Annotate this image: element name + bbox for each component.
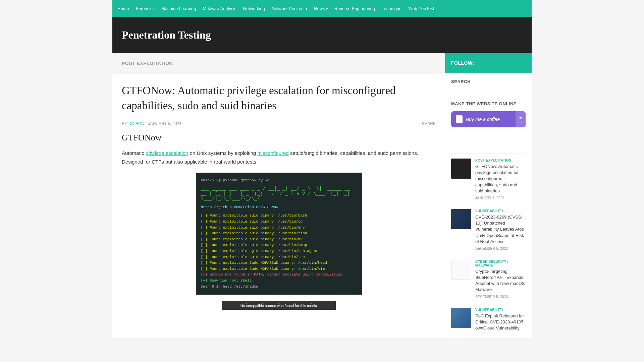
- terminal-spawn: [+] Spawning root shell: [201, 278, 357, 284]
- terminal-final: bash-5.2# head /etc/shadow: [201, 284, 357, 290]
- site-title[interactable]: Penetration Testing: [122, 29, 522, 41]
- terminal-finding: [!] Found exploitable Sudo NOPASSWD bina…: [201, 266, 357, 272]
- terminal-url: https://github.com/Frissi0n/GTFONow: [201, 204, 357, 210]
- nav-label: Malware Analysis: [203, 6, 236, 11]
- article: GTFONow: Automatic privilege escalation …: [112, 74, 445, 319]
- video-player[interactable]: No compatible source was found for this …: [222, 301, 336, 310]
- breadcrumb-category[interactable]: POST EXPLOITATION: [122, 61, 173, 66]
- date-separator: ·: [146, 121, 147, 126]
- post-date: JANUARY 5, 2024: [475, 196, 526, 200]
- site-header: Penetration Testing: [112, 17, 532, 53]
- post-thumbnail: [451, 159, 471, 179]
- section-heading: GTFONow: [122, 133, 436, 143]
- video-loading-dots: [238, 303, 319, 304]
- nav-machine-learning[interactable]: Machine Learning: [158, 0, 199, 17]
- sidebar: FOLLOW: SEARCH MAKE THE WEBSITE ONLINE B…: [445, 53, 532, 338]
- nav-label: Machine Learning: [161, 6, 196, 11]
- donate-section: MAKE THE WEBSITE ONLINE Buy me a coffee …: [445, 95, 532, 133]
- post-title[interactable]: GTFONow: Automatic privilege escalation …: [475, 164, 526, 194]
- nav-label: News: [314, 6, 325, 11]
- coffee-cup-icon: [456, 115, 463, 123]
- nav-home[interactable]: Home: [112, 0, 132, 17]
- video-error-text: No compatible source was found for this …: [240, 304, 317, 308]
- post-category[interactable]: CYBER SECURITY / MALWARE: [475, 260, 526, 267]
- buy-coffee-button[interactable]: Buy me a coffee ♥ 0: [451, 111, 526, 127]
- post-thumbnail: [451, 308, 471, 328]
- post-title[interactable]: Crypto-Targeting BlueNoroff APT Expands …: [475, 268, 526, 293]
- article-meta: BY DO SON · JANUARY 5, 2024 SHARE: [122, 121, 436, 126]
- terminal-error: [x] getcap not found in PATH, cannot esc…: [201, 272, 357, 278]
- sidebar-post[interactable]: POST EXPLOITATION GTFONow: Automatic pri…: [445, 154, 532, 204]
- post-title[interactable]: CVE-2023-6269 (CVSS: 10): Unpatched Vuln…: [475, 214, 526, 245]
- nav-news[interactable]: News▾: [311, 0, 331, 17]
- terminal-finding: [!] Found exploitable suid binary: /usr/…: [201, 254, 357, 260]
- terminal-line: bash-5.2$ python3 gtfonow.py -a: [201, 178, 357, 184]
- share-label[interactable]: SHARE: [422, 121, 436, 126]
- article-title: GTFONow: Automatic privilege escalation …: [122, 83, 436, 113]
- privilege-escalation-link[interactable]: privilege escalation: [146, 150, 189, 156]
- sidebar-post[interactable]: VULNERABILITY CVE-2023-6269 (CVSS: 10): …: [445, 204, 532, 255]
- chevron-down-icon: ▾: [326, 7, 328, 11]
- by-label: BY: [122, 121, 127, 126]
- nav-label: Technique: [382, 6, 401, 11]
- online-heading: MAKE THE WEBSITE ONLINE: [451, 101, 526, 106]
- article-intro: Automatic privilege escalation on Unix s…: [122, 149, 436, 166]
- post-category[interactable]: VULNERABILITY: [475, 209, 526, 213]
- search-heading: SEARCH: [451, 79, 526, 84]
- terminal-finding: [!] Found exploitable suid binary: /usr/…: [201, 225, 357, 231]
- post-thumbnail: [451, 260, 471, 280]
- post-date: DECEMBER 5, 2023: [475, 247, 526, 250]
- breadcrumb-bar: POST EXPLOITATION: [112, 53, 445, 74]
- text-span: Automatic: [122, 150, 146, 156]
- heart-count: 0: [520, 120, 522, 124]
- post-category[interactable]: VULNERABILITY: [475, 308, 526, 312]
- post-date: DECEMBER 5, 2023: [475, 295, 526, 299]
- author-link[interactable]: DO SON: [128, 121, 144, 126]
- terminal-finding: [!] Found exploitable Sudo NOPASSWD bina…: [201, 260, 357, 266]
- coffee-text: Buy me a coffee: [466, 117, 521, 122]
- nav-label: Networking: [243, 6, 265, 11]
- terminal-finding: [!] Found exploitable sgid binary: /usr/…: [201, 248, 357, 254]
- nav-label: Reverse Engineering: [334, 6, 375, 11]
- sidebar-post[interactable]: VULNERABILITY PoC Exploit Released for C…: [445, 303, 532, 338]
- nav-malware-analysis[interactable]: Malware Analysis: [199, 0, 239, 17]
- nav-technique[interactable]: Technique: [378, 0, 405, 17]
- sidebar-post[interactable]: CYBER SECURITY / MALWARE Crypto-Targetin…: [445, 255, 532, 303]
- terminal-finding: [!] Found exploitable suid binary: /usr/…: [201, 242, 357, 248]
- coffee-heart-badge: ♥ 0: [516, 111, 526, 127]
- main-content: POST EXPLOITATION GTFONow: Automatic pri…: [112, 53, 445, 338]
- nav-label: Home: [117, 6, 129, 11]
- chevron-down-icon: ▾: [306, 7, 307, 11]
- post-thumbnail: [451, 209, 471, 229]
- terminal-finding: [!] Found exploitable suid binary: /usr/…: [201, 237, 357, 243]
- terminal-finding: [!] Found exploitable suid binary: /usr/…: [201, 219, 357, 225]
- article-date: JANUARY 5, 2024: [148, 121, 181, 126]
- nav-label: Web PenTest: [408, 6, 434, 11]
- nav-label: Forensics: [136, 6, 155, 11]
- nav-web-pentest[interactable]: Web PenTest: [405, 0, 437, 17]
- top-navigation: Home Forensics Machine Learning Malware …: [112, 0, 532, 17]
- misconfigured-link[interactable]: misconfigured: [257, 150, 288, 156]
- terminal-finding: [!] Found exploitable suid binary: /usr/…: [201, 213, 357, 219]
- nav-networking[interactable]: Networking: [240, 0, 268, 17]
- search-section: SEARCH: [445, 73, 532, 95]
- heart-icon: ♥: [519, 115, 522, 120]
- text-span: on Unix systems by exploiting: [188, 150, 257, 156]
- post-category[interactable]: POST EXPLOITATION: [475, 159, 526, 162]
- nav-network-pentest[interactable]: Network PenTest▾: [268, 0, 311, 17]
- nav-forensics[interactable]: Forensics: [132, 0, 158, 17]
- terminal-screenshot: bash-5.2$ python3 gtfonow.py -a ___ ____…: [196, 173, 362, 295]
- post-title[interactable]: PoC Exploit Released for Critical CVE-20…: [475, 313, 526, 331]
- terminal-finding: [!] Found exploitable suid binary: /usr/…: [201, 231, 357, 237]
- nav-reverse-engineering[interactable]: Reverse Engineering: [331, 0, 378, 17]
- ascii-logo: ___ _____ ___ ___ _ _ / __|_ _| __/ _ \|…: [201, 186, 357, 202]
- nav-label: Network PenTest: [272, 6, 305, 11]
- follow-bar: FOLLOW:: [445, 53, 532, 73]
